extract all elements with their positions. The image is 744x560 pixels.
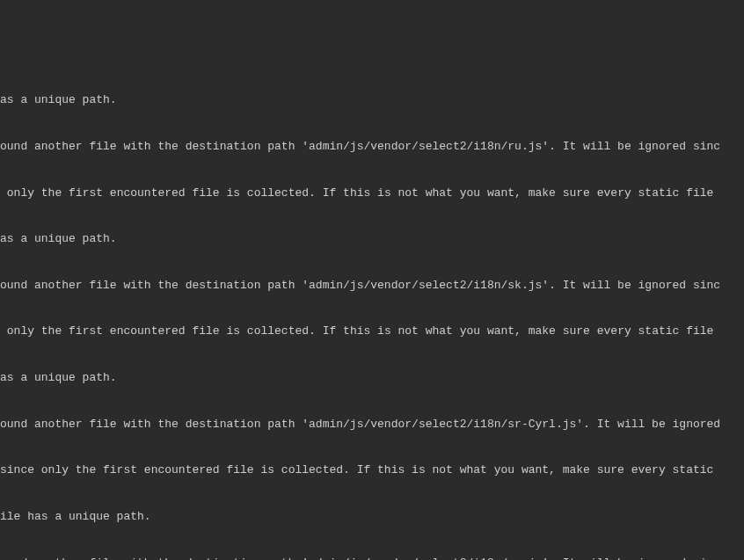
terminal-line: ound another file with the destination p… bbox=[0, 278, 744, 294]
terminal-line: ound another file with the destination p… bbox=[0, 417, 744, 433]
terminal-line: ound another file with the destination p… bbox=[0, 556, 744, 560]
terminal-line: as a unique path. bbox=[0, 370, 744, 386]
terminal-line: since only the first encountered file is… bbox=[0, 462, 744, 478]
terminal-line: ound another file with the destination p… bbox=[0, 139, 744, 155]
terminal-line: only the first encountered file is colle… bbox=[0, 185, 744, 201]
terminal-line: only the first encountered file is colle… bbox=[0, 324, 744, 339]
terminal-line: ile has a unique path. bbox=[0, 509, 744, 525]
terminal-line: as a unique path. bbox=[0, 92, 744, 108]
terminal-line: as a unique path. bbox=[0, 231, 744, 247]
terminal-output[interactable]: as a unique path. ound another file with… bbox=[0, 62, 744, 560]
